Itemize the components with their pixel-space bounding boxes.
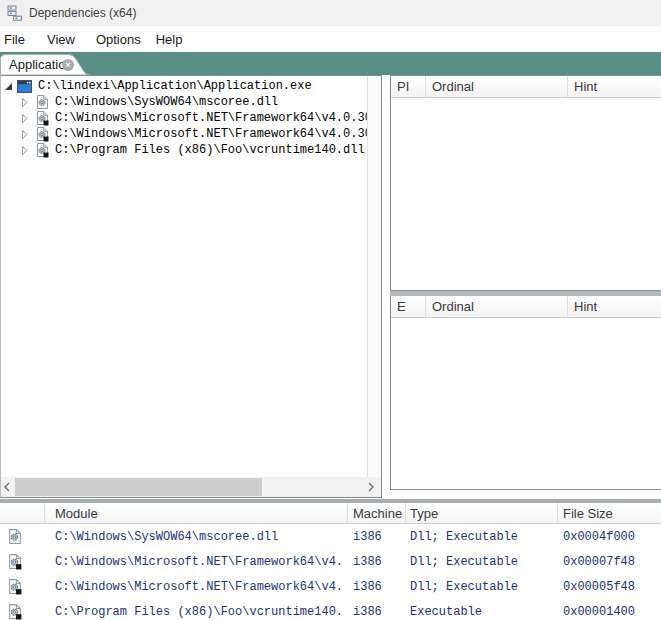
scroll-left-icon[interactable] xyxy=(3,480,11,494)
module-path: C:\Program Files (x86)\Foo\vcruntime140. xyxy=(45,605,348,619)
column-header-e[interactable]: E xyxy=(391,296,426,317)
imports-header: PI Ordinal Hint xyxy=(391,76,661,98)
dll-gear-icon xyxy=(8,553,22,570)
exports-header: E Ordinal Hint xyxy=(391,296,661,318)
dependency-tree-panel: C:\lindexi\Application\Application.exe C… xyxy=(0,75,382,498)
module-machine: i386 xyxy=(348,605,406,619)
dll-gear-icon xyxy=(36,110,49,126)
menu-help[interactable]: Help xyxy=(149,28,190,51)
tree-item-label: C:\lindexi\Application\Application.exe xyxy=(38,79,312,93)
tab-strip: Application × xyxy=(0,52,661,75)
module-row-framework64-2[interactable]: C:\Windows\Microsoft.NET\Framework64\v4.… xyxy=(0,574,661,599)
x64-badge xyxy=(44,121,49,126)
column-header-type[interactable]: Type xyxy=(406,503,558,523)
module-path: C:\Windows\SysWOW64\mscoree.dll xyxy=(45,530,348,544)
tree-item-label: C:\Windows\SysWOW64\mscoree.dll xyxy=(55,95,278,109)
module-type: Dll; Executable xyxy=(406,580,558,594)
menu-file[interactable]: File xyxy=(0,28,32,51)
module-machine: i386 xyxy=(348,555,406,569)
expander-collapsed-icon[interactable] xyxy=(20,130,29,139)
module-type: Dll; Executable xyxy=(406,555,558,569)
dependency-tree: C:\lindexi\Application\Application.exe C… xyxy=(1,76,367,476)
tree-item-framework64-2[interactable]: C:\Windows\Microsoft.NET\Framework64\v4.… xyxy=(1,126,367,142)
tree-item-application-exe[interactable]: C:\lindexi\Application\Application.exe xyxy=(1,78,367,94)
dll-gear-icon xyxy=(8,603,22,620)
column-header-file-size[interactable]: File Size xyxy=(558,503,661,523)
expander-expanded-icon[interactable] xyxy=(4,82,13,91)
dll-gear-icon xyxy=(8,578,22,595)
column-header-module[interactable]: Module xyxy=(45,503,348,523)
scroll-right-icon[interactable] xyxy=(367,480,375,494)
column-header-hint[interactable]: Hint xyxy=(568,76,661,97)
modules-table: Module Machine Type File Size C:\Windows… xyxy=(0,503,661,620)
module-path: C:\Windows\Microsoft.NET\Framework64\v4. xyxy=(45,580,348,594)
dll-gear-icon xyxy=(36,126,49,142)
dll-gear-icon xyxy=(8,528,22,545)
tab-application[interactable]: Application × xyxy=(0,52,100,75)
module-path: C:\Windows\Microsoft.NET\Framework64\v4. xyxy=(45,555,348,569)
module-row-vcruntime140[interactable]: C:\Program Files (x86)\Foo\vcruntime140.… xyxy=(0,599,661,620)
menu-options[interactable]: Options xyxy=(89,28,148,51)
column-header-hint[interactable]: Hint xyxy=(568,296,661,317)
tree-item-label: C:\Windows\Microsoft.NET\Framework64\v4.… xyxy=(55,111,367,125)
x64-badge xyxy=(44,137,49,142)
column-header-pi[interactable]: PI xyxy=(391,76,426,97)
tree-item-framework64-1[interactable]: C:\Windows\Microsoft.NET\Framework64\v4.… xyxy=(1,110,367,126)
menu-view[interactable]: View xyxy=(40,28,82,51)
window-title: Dependencies (x64) xyxy=(29,6,136,20)
x64-badge xyxy=(44,153,49,158)
module-row-framework64-1[interactable]: C:\Windows\Microsoft.NET\Framework64\v4.… xyxy=(0,549,661,574)
tab-close-icon[interactable]: × xyxy=(62,59,74,71)
tree-item-vcruntime140[interactable]: C:\Program Files (x86)\Foo\vcruntime140.… xyxy=(1,142,367,158)
expander-collapsed-icon[interactable] xyxy=(20,98,29,107)
scrollbar-thumb[interactable] xyxy=(15,478,262,496)
x64-badge xyxy=(16,589,21,594)
application-window-icon xyxy=(17,80,32,93)
column-header-machine[interactable]: Machine xyxy=(348,503,406,523)
title-bar: Dependencies (x64) xyxy=(0,0,661,26)
modules-table-header: Module Machine Type File Size xyxy=(0,503,661,524)
app-window: Dependencies (x64) File View Options Hel… xyxy=(0,0,661,620)
module-file-size: 0x00001400 xyxy=(558,605,661,619)
tree-horizontal-scrollbar[interactable] xyxy=(1,477,381,497)
app-icon xyxy=(7,5,23,21)
module-type: Executable xyxy=(406,605,558,619)
x64-badge xyxy=(16,564,21,569)
expander-collapsed-icon[interactable] xyxy=(20,146,29,155)
column-header-icon[interactable] xyxy=(0,503,45,523)
tree-item-label: C:\Program Files (x86)\Foo\vcruntime140.… xyxy=(55,143,365,157)
tree-vertical-scrollbar[interactable] xyxy=(367,76,381,477)
dll-gear-icon xyxy=(36,94,49,110)
module-file-size: 0x00005f48 xyxy=(558,580,661,594)
module-file-size: 0x00007f48 xyxy=(558,555,661,569)
module-row-mscoree[interactable]: C:\Windows\SysWOW64\mscoree.dll i386 Dll… xyxy=(0,524,661,549)
column-header-ordinal[interactable]: Ordinal xyxy=(426,76,568,97)
tree-item-mscoree[interactable]: C:\Windows\SysWOW64\mscoree.dll xyxy=(1,94,367,110)
column-header-ordinal[interactable]: Ordinal xyxy=(426,296,568,317)
tree-item-label: C:\Windows\Microsoft.NET\Framework64\v4.… xyxy=(55,127,367,141)
menu-bar: File View Options Help xyxy=(0,26,661,52)
module-type: Dll; Executable xyxy=(406,530,558,544)
expander-collapsed-icon[interactable] xyxy=(20,114,29,123)
exports-panel: E Ordinal Hint xyxy=(390,296,661,490)
x64-badge xyxy=(16,614,21,619)
imports-panel: PI Ordinal Hint xyxy=(390,75,661,290)
module-file-size: 0x0004f000 xyxy=(558,530,661,544)
module-machine: i386 xyxy=(348,580,406,594)
module-machine: i386 xyxy=(348,530,406,544)
dll-gear-icon xyxy=(36,142,49,158)
